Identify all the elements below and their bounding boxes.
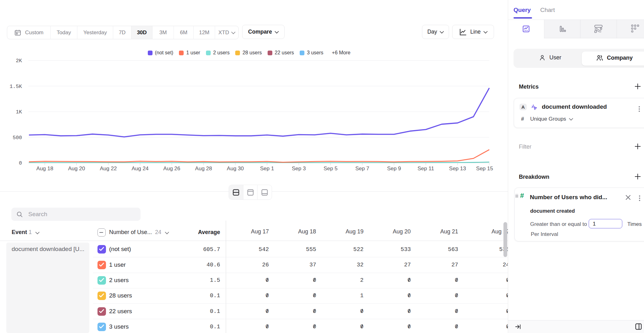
svg-text:Aug 18: Aug 18 <box>36 166 53 172</box>
svg-text:1.5K: 1.5K <box>9 84 22 90</box>
svg-text:1K: 1K <box>16 109 22 115</box>
svg-text:Sep 9: Sep 9 <box>387 166 401 172</box>
svg-text:Aug 20: Aug 20 <box>68 166 85 172</box>
svg-text:Sep 7: Sep 7 <box>355 166 369 172</box>
svg-text:Aug 24: Aug 24 <box>131 166 148 172</box>
svg-text:Aug 30: Aug 30 <box>227 166 244 172</box>
svg-text:Sep 13: Sep 13 <box>449 166 466 172</box>
svg-text:Aug 28: Aug 28 <box>195 166 212 172</box>
svg-text:Aug 26: Aug 26 <box>163 166 180 172</box>
svg-text:Sep 3: Sep 3 <box>292 166 306 172</box>
svg-text:Aug 22: Aug 22 <box>100 166 117 172</box>
svg-text:Sep 1: Sep 1 <box>260 166 274 172</box>
svg-text:500: 500 <box>13 135 22 141</box>
svg-text:0: 0 <box>19 160 22 166</box>
svg-text:2K: 2K <box>16 58 22 64</box>
svg-text:Sep 5: Sep 5 <box>324 166 337 172</box>
svg-text:Sep 11: Sep 11 <box>418 166 434 172</box>
svg-text:Sep 15: Sep 15 <box>476 166 493 172</box>
